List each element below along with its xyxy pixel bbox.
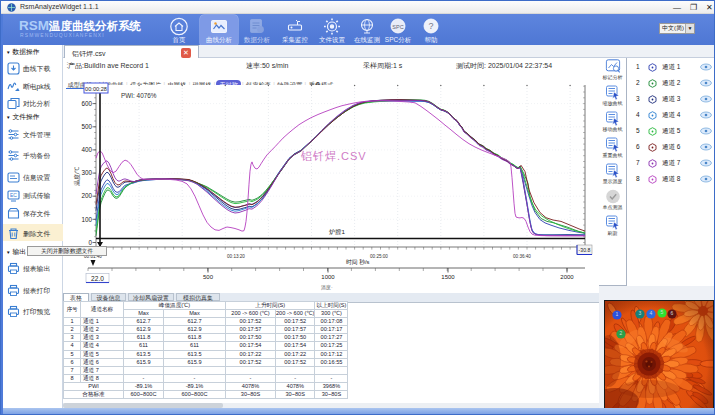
svg-text:2: 2 [620, 330, 623, 336]
svg-text:0: 0 [88, 239, 92, 246]
svg-text:铝钎焊.CSV: 铝钎焊.CSV [300, 150, 367, 162]
svg-text:?: ? [428, 21, 433, 31]
svg-text:SPC: SPC [392, 24, 403, 30]
svg-text:炉膛1: 炉膛1 [329, 228, 345, 236]
svg-text:PWI: 4076%: PWI: 4076% [121, 92, 157, 99]
svg-text:00:00:28: 00:00:28 [85, 86, 107, 92]
svg-text:2000: 2000 [560, 274, 574, 280]
svg-text:300: 300 [81, 169, 92, 176]
svg-text:100: 100 [81, 216, 92, 223]
svg-text:500: 500 [81, 123, 92, 130]
svg-text:00:13:20: 00:13:20 [227, 254, 245, 259]
svg-text:温度/℃: 温度/℃ [73, 166, 81, 186]
svg-text:EC: EC [10, 192, 17, 198]
svg-text:22.0: 22.0 [91, 275, 104, 282]
svg-text:-30.8: -30.8 [579, 247, 591, 253]
svg-text:时间 秒/s: 时间 秒/s [346, 259, 370, 266]
svg-text:5: 5 [661, 309, 664, 315]
svg-text:3: 3 [639, 310, 642, 316]
svg-text:1000: 1000 [321, 274, 335, 280]
svg-text:00:25:00: 00:25:00 [370, 254, 388, 259]
svg-text:00:36:40: 00:36:40 [513, 254, 531, 259]
svg-text:温度·: 温度· [321, 284, 333, 291]
svg-text:4: 4 [650, 310, 653, 316]
svg-text:6: 6 [671, 310, 674, 316]
svg-text:1: 1 [616, 311, 619, 317]
svg-text:200: 200 [81, 192, 92, 199]
svg-text:500: 500 [203, 274, 214, 280]
svg-text:400: 400 [81, 146, 92, 153]
svg-text:600: 600 [81, 100, 92, 107]
svg-text:1500: 1500 [441, 274, 455, 280]
